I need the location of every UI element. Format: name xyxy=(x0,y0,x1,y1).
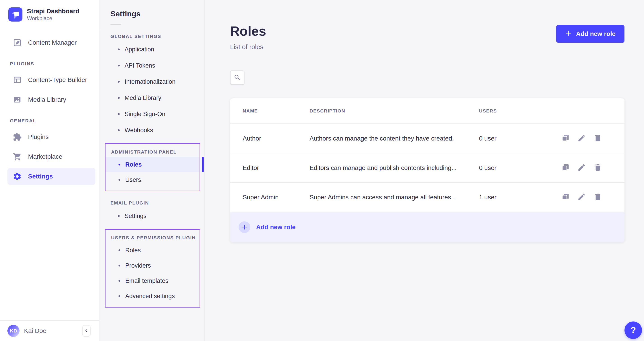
sidebar-section-general: GENERAL xyxy=(0,118,99,124)
main-content: Roles List of roles Add new role xyxy=(204,0,644,341)
table-footer-add-new-role[interactable]: Add new role xyxy=(230,212,624,242)
table-row-editor[interactable]: Editor Editors can manage and publish co… xyxy=(230,153,624,183)
bullet-icon xyxy=(118,48,120,50)
subnav-item-label: Application xyxy=(124,46,154,53)
bullet-icon xyxy=(118,215,120,217)
subnav-item-admin-roles[interactable]: Roles xyxy=(106,157,200,172)
subnav-item-label: API Tokens xyxy=(124,62,155,69)
bullet-icon xyxy=(118,129,120,131)
duplicate-role-button[interactable] xyxy=(561,163,570,172)
workspace-brand[interactable]: Strapi Dashboard Workplace xyxy=(0,0,99,29)
content-type-builder-icon xyxy=(12,76,22,84)
sidebar-item-media-library[interactable]: Media Library xyxy=(0,91,95,108)
media-library-icon xyxy=(12,95,22,104)
sidebar-item-plugins[interactable]: Plugins xyxy=(0,128,95,146)
edit-role-button[interactable] xyxy=(577,192,586,202)
subnav-item-single-sign-on[interactable]: Single Sign-On xyxy=(100,106,204,122)
sidebar-item-settings[interactable]: Settings xyxy=(8,168,96,185)
duplicate-icon xyxy=(561,192,570,202)
role-name: Author xyxy=(243,135,310,142)
subnav-item-label: Settings xyxy=(124,212,146,220)
sidebar-nav: Content Manager PLUGINS Content-Type Bui… xyxy=(0,29,99,185)
plus-icon xyxy=(565,30,572,38)
add-new-role-button[interactable]: Add new role xyxy=(556,25,624,43)
sidebar-section-plugins: PLUGINS xyxy=(0,61,99,66)
role-description: Authors can manage the content they have… xyxy=(310,135,479,142)
subnav-item-api-tokens[interactable]: API Tokens xyxy=(100,58,204,74)
subnav-section-users-permissions: USERS & PERMISSIONS PLUGIN xyxy=(111,235,200,240)
column-header-users: USERS xyxy=(479,108,602,114)
role-users-count: 1 user xyxy=(479,194,561,201)
bullet-icon xyxy=(118,280,120,282)
subnav-item-label: Providers xyxy=(125,262,151,269)
role-description: Editors can manage and publish contents … xyxy=(310,164,479,172)
subnav-item-label: Users xyxy=(125,176,141,184)
edit-role-button[interactable] xyxy=(577,134,586,143)
sidebar-item-label: Plugins xyxy=(28,133,49,140)
plugins-icon xyxy=(12,132,22,142)
bullet-icon xyxy=(118,250,120,251)
bullet-icon xyxy=(118,295,120,297)
column-header-description: DESCRIPTION xyxy=(310,108,479,114)
trash-icon xyxy=(594,192,602,202)
sidebar-item-content-type-builder[interactable]: Content-Type Builder xyxy=(0,72,95,88)
subnav-item-label: Webhooks xyxy=(124,127,153,134)
chevron-left-icon xyxy=(84,328,89,334)
duplicate-role-button[interactable] xyxy=(561,192,570,202)
subnav-item-up-providers[interactable]: Providers xyxy=(106,258,200,273)
subnav-item-up-roles[interactable]: Roles xyxy=(106,243,200,258)
subnav-item-application[interactable]: Application xyxy=(100,41,204,58)
sidebar-item-marketplace[interactable]: Marketplace xyxy=(0,148,95,165)
settings-subnav: Settings GLOBAL SETTINGS Application API… xyxy=(100,0,204,341)
table-row-super-admin[interactable]: Super Admin Super Admins can access and … xyxy=(230,183,624,212)
table-header-row: NAME DESCRIPTION USERS xyxy=(230,98,624,124)
sidebar-item-label: Settings xyxy=(28,173,53,180)
subnav-item-internationalization[interactable]: Internationalization xyxy=(100,74,204,90)
bullet-icon xyxy=(118,164,120,166)
edit-pencil-icon xyxy=(577,134,586,143)
add-new-role-label: Add new role xyxy=(576,30,616,38)
help-button[interactable]: ? xyxy=(624,322,642,339)
subnav-item-label: Roles xyxy=(125,161,142,168)
collapse-sidebar-button[interactable] xyxy=(82,325,91,337)
bullet-icon xyxy=(118,179,120,181)
subnav-item-media-library[interactable]: Media Library xyxy=(100,90,204,106)
duplicate-role-button[interactable] xyxy=(561,134,570,143)
sidebar-item-label: Content-Type Builder xyxy=(28,76,87,84)
duplicate-icon xyxy=(561,134,570,143)
footer-add-new-role-label: Add new role xyxy=(256,224,296,231)
page-subtitle: List of roles xyxy=(230,43,266,51)
delete-role-button[interactable] xyxy=(594,192,602,202)
role-name: Super Admin xyxy=(243,194,310,201)
edit-pencil-icon xyxy=(577,192,586,202)
app-window: Strapi Dashboard Workplace Content Manag… xyxy=(0,0,644,341)
edit-role-button[interactable] xyxy=(577,163,586,172)
search-button[interactable] xyxy=(230,70,244,85)
sidebar-footer: KD Kai Doe xyxy=(0,320,99,341)
sidebar-item-label: Media Library xyxy=(28,96,66,103)
subnav-item-label: Advanced settings xyxy=(125,293,175,300)
subnav-item-up-email-templates[interactable]: Email templates xyxy=(106,273,200,288)
workspace-title: Strapi Dashboard xyxy=(27,7,79,15)
user-name: Kai Doe xyxy=(24,327,82,334)
sidebar-item-content-manager[interactable]: Content Manager xyxy=(0,34,95,51)
role-description: Super Admins can access and manage all f… xyxy=(310,194,479,201)
subnav-title: Settings xyxy=(110,10,204,18)
question-mark-icon: ? xyxy=(630,325,636,336)
duplicate-icon xyxy=(561,163,570,172)
subnav-item-email-settings[interactable]: Settings xyxy=(100,208,204,224)
bullet-icon xyxy=(118,65,120,66)
subnav-item-webhooks[interactable]: Webhooks xyxy=(100,122,204,138)
delete-role-button[interactable] xyxy=(594,163,602,172)
subnav-item-admin-users[interactable]: Users xyxy=(106,172,200,188)
user-avatar[interactable]: KD xyxy=(8,325,20,337)
subnav-item-up-advanced-settings[interactable]: Advanced settings xyxy=(106,288,200,304)
role-name: Editor xyxy=(243,164,310,172)
subnav-section-global-settings: GLOBAL SETTINGS xyxy=(110,34,204,39)
strapi-logo-icon xyxy=(8,8,22,22)
main-sidebar: Strapi Dashboard Workplace Content Manag… xyxy=(0,0,100,341)
marketplace-cart-icon xyxy=(12,152,22,161)
delete-role-button[interactable] xyxy=(594,134,602,143)
table-row-author[interactable]: Author Authors can manage the content th… xyxy=(230,124,624,153)
settings-gear-icon xyxy=(12,172,22,181)
